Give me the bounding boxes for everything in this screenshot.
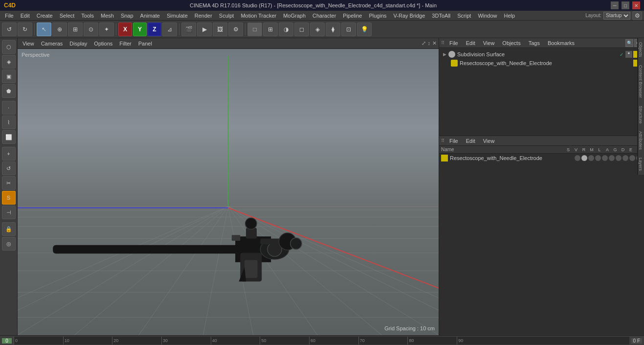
- menu-tools[interactable]: Tools: [78, 12, 97, 20]
- mirror-button[interactable]: ⊣: [2, 206, 16, 219]
- vp-menu-display[interactable]: Display: [67, 40, 90, 47]
- vp-close-button[interactable]: ✕: [432, 40, 437, 46]
- undo-button[interactable]: ↺: [2, 23, 17, 36]
- obj-row-resectoscope[interactable]: Resectoscope_with_Needle_Electrode: [441, 59, 642, 68]
- flag-dot-3[interactable]: [595, 155, 601, 161]
- menu-character[interactable]: Character: [310, 12, 339, 20]
- timeline-ruler[interactable]: 0 10 20 30 40 50 60 70 80 90: [14, 337, 629, 345]
- vp-menu-panel[interactable]: Panel: [135, 40, 155, 47]
- obj-search-button[interactable]: 🔍: [625, 39, 633, 47]
- vp-menu-options[interactable]: Options: [91, 40, 115, 47]
- move-tool-button[interactable]: ⊕: [52, 23, 67, 36]
- menu-mesh[interactable]: Mesh: [98, 12, 117, 20]
- flag-dot-2[interactable]: [588, 155, 594, 161]
- point-mode-button[interactable]: ·: [2, 101, 16, 115]
- snap-button[interactable]: S: [2, 191, 16, 205]
- transform-tool-button[interactable]: ✦: [99, 23, 114, 36]
- layout-settings-button[interactable]: ⚙: [632, 11, 642, 20]
- vp-menu-view[interactable]: View: [20, 40, 37, 47]
- rotate-button[interactable]: ↺: [2, 161, 16, 175]
- select-tool-button[interactable]: ↖: [37, 23, 51, 36]
- menu-mograph[interactable]: MoGraph: [280, 12, 309, 20]
- vp-menu-cameras[interactable]: Cameras: [38, 40, 66, 47]
- obj-menu-objects[interactable]: Objects: [499, 39, 523, 47]
- view-wireframe-button[interactable]: ◻: [294, 23, 309, 36]
- edge-mode-button[interactable]: ⌇: [2, 115, 16, 129]
- light-button[interactable]: 💡: [357, 23, 372, 36]
- menu-animate[interactable]: Animate: [137, 12, 163, 20]
- menu-3dtoall[interactable]: 3DToAll: [429, 12, 453, 20]
- menu-render[interactable]: Render: [192, 12, 215, 20]
- view-1-button[interactable]: □: [247, 23, 262, 36]
- obj-subdivision-vis[interactable]: ●: [625, 51, 632, 58]
- model-mode-button[interactable]: ⬡: [2, 40, 16, 54]
- flag-dot-4[interactable]: [602, 155, 608, 161]
- vp-menu-filter[interactable]: Filter: [116, 40, 134, 47]
- axis-y-button[interactable]: Y: [133, 23, 147, 36]
- minimize-button[interactable]: ─: [611, 1, 619, 9]
- menu-plugins[interactable]: Plugins: [366, 12, 389, 20]
- obj-bottom-menu-view[interactable]: View: [480, 137, 498, 145]
- menu-edit[interactable]: Edit: [18, 12, 33, 20]
- tab-attributes[interactable]: Attributes: [637, 127, 644, 154]
- redo-button[interactable]: ↻: [18, 23, 32, 36]
- obj-menu-bookmarks[interactable]: Bookmarks: [545, 39, 577, 47]
- obj-bottom-row-resectoscope[interactable]: Resectoscope_with_Needle_Electrode ·: [439, 154, 644, 162]
- rotate-tool-button[interactable]: ⊙: [84, 23, 98, 36]
- render-picture-viewer-button[interactable]: 🖼: [213, 23, 227, 36]
- view-quick-button[interactable]: ⧫: [326, 23, 340, 36]
- tab-structure[interactable]: Structure: [637, 102, 644, 128]
- flag-dot-7[interactable]: [622, 155, 628, 161]
- knife-button[interactable]: ✂: [2, 176, 16, 190]
- move-button[interactable]: +: [2, 147, 16, 161]
- menu-window[interactable]: Window: [475, 12, 500, 20]
- flag-dot-8[interactable]: [629, 155, 635, 161]
- maximize-button[interactable]: □: [622, 1, 629, 9]
- flag-dot-0[interactable]: [575, 155, 580, 161]
- obj-bottom-menu-edit[interactable]: Edit: [463, 137, 478, 145]
- menu-help[interactable]: Help: [501, 12, 518, 20]
- obj-menu-tags[interactable]: Tags: [526, 39, 543, 47]
- obj-menu-file[interactable]: File: [446, 39, 461, 47]
- vp-layout-button[interactable]: ↕: [428, 40, 431, 46]
- tab-content-browser[interactable]: Content Browser: [637, 61, 644, 102]
- flag-dot-6[interactable]: [616, 155, 622, 161]
- render-settings-button[interactable]: ⚙: [228, 23, 243, 36]
- menu-motion-tracker[interactable]: Motion Tracker: [238, 12, 279, 20]
- view-all-button[interactable]: ⊡: [341, 23, 356, 36]
- obj-menu-edit[interactable]: Edit: [463, 39, 478, 47]
- lock-button[interactable]: 🔒: [2, 222, 16, 236]
- object-mode-button[interactable]: ⬟: [2, 84, 16, 98]
- texture-mode-button[interactable]: ▣: [2, 69, 16, 83]
- mesh-mode-button[interactable]: ◈: [2, 55, 16, 69]
- render-view-button[interactable]: ▶: [197, 23, 212, 36]
- menu-simulate[interactable]: Simulate: [164, 12, 191, 20]
- view-shading-button[interactable]: ◑: [279, 23, 293, 36]
- menu-pipeline[interactable]: Pipeline: [340, 12, 365, 20]
- view-4-button[interactable]: ⊞: [263, 23, 278, 36]
- axis-x-button[interactable]: X: [118, 23, 132, 36]
- menu-snap[interactable]: Snap: [118, 12, 136, 20]
- tab-layers[interactable]: Layers: [637, 154, 644, 175]
- menu-script[interactable]: Script: [454, 12, 474, 20]
- viewport[interactable]: Perspective: [18, 49, 439, 335]
- scale-tool-button[interactable]: ⊞: [68, 23, 83, 36]
- world-axis-button[interactable]: ⊿: [162, 23, 177, 36]
- axis-z-button[interactable]: Z: [148, 23, 161, 36]
- flag-dot-5[interactable]: [609, 155, 615, 161]
- poly-mode-button[interactable]: ⬜: [2, 130, 16, 144]
- tab-objects[interactable]: Objects: [637, 38, 644, 61]
- view-texture-button[interactable]: ◈: [310, 23, 325, 36]
- obj-bottom-menu-file[interactable]: File: [446, 137, 461, 145]
- layout-dropdown[interactable]: Startup: [603, 12, 630, 20]
- viewport-solo-button[interactable]: ◎: [2, 237, 16, 251]
- menu-vray[interactable]: V-Ray Bridge: [391, 12, 428, 20]
- menu-file[interactable]: File: [2, 12, 17, 20]
- flag-dot-1[interactable]: ·: [581, 155, 587, 161]
- close-button[interactable]: ✕: [632, 1, 640, 9]
- menu-select[interactable]: Select: [57, 12, 78, 20]
- render-region-button[interactable]: 🎬: [181, 23, 196, 36]
- menu-create[interactable]: Create: [34, 12, 56, 20]
- vp-expand-button[interactable]: ⤢: [422, 40, 426, 46]
- obj-menu-view[interactable]: View: [480, 39, 498, 47]
